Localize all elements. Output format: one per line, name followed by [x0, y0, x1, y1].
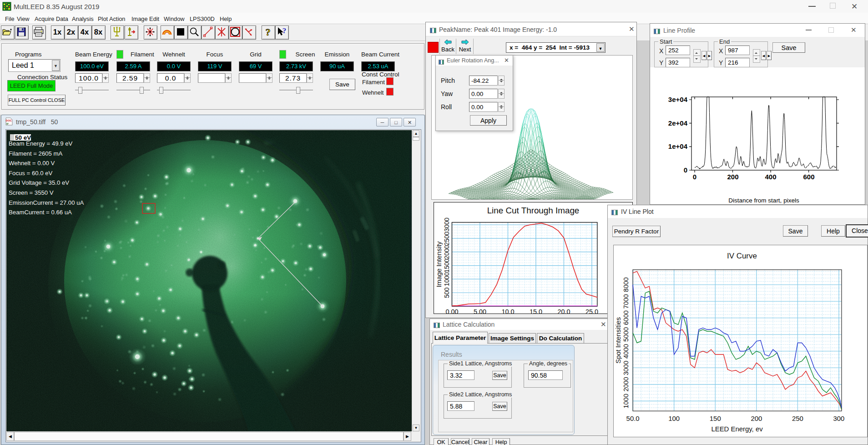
svg-text:300: 300	[833, 415, 845, 422]
svg-text:250: 250	[792, 415, 803, 422]
svg-text:1000: 1000	[622, 394, 630, 408]
svg-text:Line Cut Through Image: Line Cut Through Image	[487, 206, 580, 215]
svg-text:?: ?	[283, 26, 287, 35]
svg-text:Grid Voltage = 35.0 eV: Grid Voltage = 35.0 eV	[9, 179, 69, 186]
svg-text:10.0: 10.0	[501, 308, 514, 314]
svg-text:4x: 4x	[81, 28, 89, 36]
svg-text:3e+04: 3e+04	[668, 96, 688, 103]
svg-text:1e+04: 1e+04	[668, 142, 688, 150]
svg-text:0.00: 0.00	[445, 308, 458, 314]
svg-text:Filament = 2605 mA: Filament = 2605 mA	[9, 150, 63, 157]
svg-text:3000: 3000	[622, 361, 630, 375]
svg-text:0: 0	[693, 173, 696, 181]
svg-text:IV Curve: IV Curve	[727, 252, 757, 260]
svg-text:2000: 2000	[622, 377, 630, 392]
svg-text:?: ?	[266, 26, 271, 38]
svg-text:1500: 1500	[443, 258, 450, 273]
svg-text:150: 150	[710, 415, 721, 422]
svg-text:2000: 2000	[443, 245, 450, 259]
svg-text:600: 600	[803, 173, 814, 181]
svg-text:50 eV: 50 eV	[15, 134, 31, 141]
svg-text:200: 200	[727, 173, 738, 181]
svg-text:Distance from start, pixels: Distance from start, pixels	[728, 197, 799, 204]
svg-text:3000: 3000	[443, 217, 450, 232]
svg-text:400: 400	[765, 173, 776, 181]
svg-text:Focus = 60.0 eV: Focus = 60.0 eV	[9, 170, 53, 177]
svg-text:4000: 4000	[622, 344, 630, 359]
svg-text:5000: 5000	[622, 327, 630, 342]
svg-text:25.0: 25.0	[585, 308, 598, 314]
svg-text:DOC: DOC	[6, 119, 12, 122]
svg-text:Screen = 3550 V: Screen = 3550 V	[9, 189, 54, 196]
svg-text:Image Intensity: Image Intensity	[435, 241, 443, 287]
svg-text:5.00: 5.00	[474, 308, 486, 314]
svg-text:15.0: 15.0	[530, 308, 542, 314]
svg-text:200: 200	[751, 415, 762, 422]
svg-text:BeamCurrent = 0.66 uA: BeamCurrent = 0.66 uA	[9, 209, 72, 216]
svg-text:2500: 2500	[443, 232, 450, 246]
svg-text:0: 0	[684, 166, 687, 174]
svg-text:8x: 8x	[94, 28, 103, 36]
svg-text:8000: 8000	[622, 278, 630, 292]
svg-text:50.0: 50.0	[626, 415, 640, 422]
svg-text:6000: 6000	[622, 310, 630, 325]
svg-text:Wehnelt = 0.00 V: Wehnelt = 0.00 V	[9, 160, 55, 167]
svg-text:7000: 7000	[622, 294, 630, 308]
svg-text:1000: 1000	[443, 272, 450, 286]
svg-text:20.0: 20.0	[557, 308, 570, 314]
svg-text:500: 500	[443, 288, 450, 298]
svg-text:100: 100	[668, 415, 680, 422]
svg-text:Spot Intensities: Spot Intensities	[614, 317, 622, 364]
svg-text:2x: 2x	[67, 28, 76, 36]
svg-text:EmissionCurrent = 27.00 uA: EmissionCurrent = 27.00 uA	[9, 199, 84, 206]
svg-text:LEED Energy, ev: LEED Energy, ev	[711, 425, 763, 433]
svg-text:Beam Energy = 49.9 eV: Beam Energy = 49.9 eV	[9, 140, 73, 147]
svg-text:1x: 1x	[53, 28, 62, 36]
svg-text:2e+04: 2e+04	[668, 119, 688, 127]
